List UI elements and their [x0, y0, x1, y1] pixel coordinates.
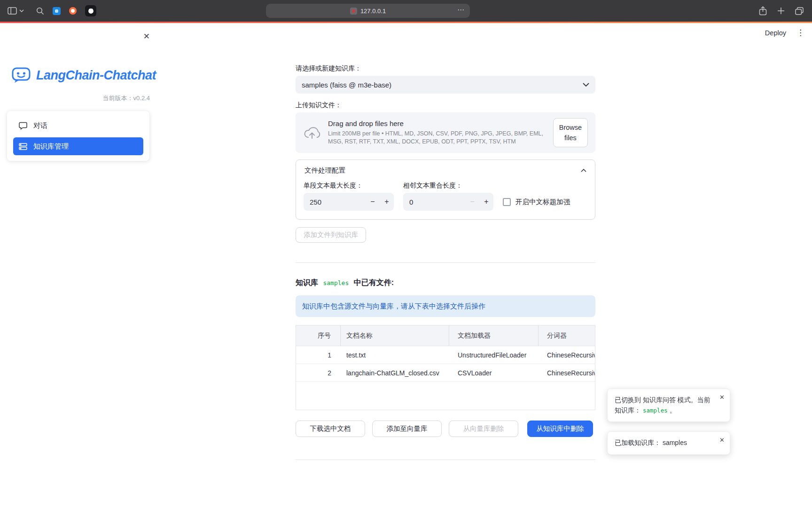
- menu-item-knowledge-base[interactable]: 知识库管理: [13, 137, 143, 155]
- dropzone-title: Drag and drop files here: [328, 119, 546, 127]
- chevron-down-icon[interactable]: [19, 9, 24, 12]
- chunk-size-decrement-button[interactable]: −: [366, 193, 380, 211]
- table-header-row: 序号 文档名称 文档加载器 分词器: [296, 325, 595, 346]
- cell-splitter: ChineseRecursive: [539, 351, 595, 359]
- sidebar-close-button[interactable]: ✕: [143, 32, 150, 41]
- cloud-upload-icon: [303, 126, 321, 140]
- delete-from-kb-button[interactable]: 从知识库中删除: [527, 421, 593, 437]
- chunk-size-input[interactable]: 250 − +: [304, 193, 394, 211]
- cell-index: 1: [296, 351, 341, 359]
- add-files-button[interactable]: 添加文件到知识库: [296, 227, 366, 243]
- overlap-increment-button[interactable]: +: [479, 193, 493, 211]
- kb-files-heading: 知识库 samples 中已有文件:: [296, 278, 595, 288]
- version-caption: 当前版本：v0.2.4: [103, 94, 150, 103]
- sidebar-menu: 对话 知识库管理: [7, 111, 149, 161]
- cell-splitter: ChineseRecursive: [539, 369, 595, 377]
- toast-text-suffix: 。: [670, 406, 676, 414]
- sidebar: ✕ LangChain-Chatchat 当前版本：v0.2.4: [0, 23, 156, 508]
- download-selected-button[interactable]: 下载选中文档: [296, 421, 365, 437]
- overlap-field: 相邻文本重合长度： 0 − +: [403, 182, 493, 211]
- chevron-down-icon: [583, 83, 589, 87]
- chunk-size-field: 单段文本最大长度： 250 − +: [304, 182, 394, 211]
- toast-mode-switched: 已切换到 知识库问答 模式。当前知识库：samples。 ✕: [607, 389, 730, 422]
- search-icon[interactable]: [36, 7, 44, 15]
- delete-from-vector-store-button[interactable]: 从向量库删除: [449, 421, 518, 437]
- table-header-doc-name[interactable]: 文档名称: [341, 325, 449, 346]
- logo-chat-icon: [11, 66, 31, 84]
- extension-icon-blue[interactable]: [53, 7, 61, 15]
- toast-kb-loaded: 已加载知识库： samples ✕: [607, 431, 730, 455]
- table-row[interactable]: 2 langchain-ChatGLM_closed.csv CSVLoader…: [296, 364, 595, 382]
- overlap-input[interactable]: 0 − +: [403, 193, 493, 211]
- heading-kb-name-code: samples: [323, 279, 349, 286]
- dropzone-limit-text: Limit 200MB per file • HTML, MD, JSON, C…: [328, 130, 546, 146]
- chevron-up-icon: [581, 169, 586, 172]
- extension-icon-orange[interactable]: [69, 7, 77, 15]
- page-options-icon[interactable]: ⋯: [457, 6, 465, 14]
- kb-selectbox[interactable]: samples (faiss @ m3e-base): [296, 76, 595, 94]
- table-header-index[interactable]: 序号: [296, 325, 341, 346]
- expander-header[interactable]: 文件处理配置: [296, 160, 595, 181]
- kebab-menu-icon[interactable]: ⋮: [796, 28, 804, 38]
- heading-suffix: 中已有文件:: [354, 278, 394, 286]
- new-tab-icon[interactable]: [777, 7, 785, 15]
- toast-text: 已加载知识库： samples: [615, 439, 687, 446]
- chunk-size-value[interactable]: 250: [304, 198, 366, 206]
- menu-item-label: 知识库管理: [33, 142, 69, 151]
- cell-doc-name: langchain-ChatGLM_closed.csv: [341, 369, 449, 377]
- kb-selectbox-value: samples (faiss @ m3e-base): [302, 81, 391, 89]
- checkbox-unchecked[interactable]: [503, 198, 511, 206]
- overlap-value[interactable]: 0: [403, 198, 465, 206]
- expander-title: 文件处理配置: [304, 166, 345, 175]
- toast-close-icon[interactable]: ✕: [719, 437, 725, 444]
- chunk-size-label: 单段文本最大长度：: [304, 182, 394, 189]
- stack-icon: [19, 143, 27, 150]
- upload-label: 上传知识文件：: [296, 101, 595, 109]
- menu-item-label: 对话: [33, 121, 47, 130]
- tab-overview-icon[interactable]: [795, 7, 804, 15]
- cell-loader: CSVLoader: [449, 369, 539, 377]
- divider: [296, 262, 595, 263]
- site-favicon: [350, 8, 357, 15]
- table-action-buttons: 下载选中文档 添加至向量库 从向量库删除 从知识库中删除: [296, 421, 595, 437]
- toast-close-icon[interactable]: ✕: [719, 394, 725, 401]
- share-icon[interactable]: [759, 6, 767, 16]
- chat-icon: [19, 122, 27, 130]
- menu-item-dialogue[interactable]: 对话: [13, 117, 143, 135]
- title-enhance-checkbox-group[interactable]: 开启中文标题加强: [503, 198, 570, 206]
- files-table: 序号 文档名称 文档加载器 分词器 1 test.txt Unstructure…: [296, 325, 595, 410]
- info-banner: 知识库中包含源文件与向量库，请从下表中选择文件后操作: [296, 295, 595, 317]
- toast-kb-name-code: samples: [643, 407, 668, 414]
- table-header-splitter[interactable]: 分词器: [539, 325, 595, 346]
- app-logo: LangChain-Chatchat: [11, 66, 156, 84]
- info-text: 知识库中包含源文件与向量库，请从下表中选择文件后操作: [302, 302, 485, 311]
- cell-index: 2: [296, 369, 341, 377]
- overlap-label: 相邻文本重合长度：: [403, 182, 493, 189]
- cell-loader: UnstructuredFileLoader: [449, 351, 539, 359]
- checkbox-label: 开启中文标题加强: [515, 198, 570, 206]
- heading-prefix: 知识库: [296, 278, 318, 286]
- sidebar-toggle-icon[interactable]: [8, 7, 17, 15]
- table-header-loader[interactable]: 文档加载器: [449, 325, 539, 346]
- add-to-vector-store-button[interactable]: 添加至向量库: [372, 421, 442, 437]
- deploy-button[interactable]: Deploy: [765, 29, 786, 37]
- url-text: 127.0.0.1: [360, 8, 386, 15]
- file-uploader-dropzone[interactable]: Drag and drop files here Limit 200MB per…: [296, 112, 595, 153]
- cell-doc-name: test.txt: [341, 351, 449, 359]
- address-bar[interactable]: 127.0.0.1 ⋯: [266, 4, 470, 18]
- kb-select-label: 请选择或新建知识库：: [296, 64, 595, 72]
- browser-toolbar: 127.0.0.1 ⋯: [0, 0, 812, 22]
- browse-files-button[interactable]: Browse files: [553, 118, 588, 148]
- logo-text: LangChain-Chatchat: [36, 68, 156, 83]
- overlap-decrement-button: −: [465, 193, 479, 211]
- table-row[interactable]: 1 test.txt UnstructuredFileLoader Chines…: [296, 346, 595, 364]
- file-config-expander: 文件处理配置 单段文本最大长度： 250 − +: [296, 159, 595, 220]
- chunk-size-increment-button[interactable]: +: [380, 193, 394, 211]
- divider: [296, 460, 595, 460]
- github-extension-icon[interactable]: [85, 5, 96, 16]
